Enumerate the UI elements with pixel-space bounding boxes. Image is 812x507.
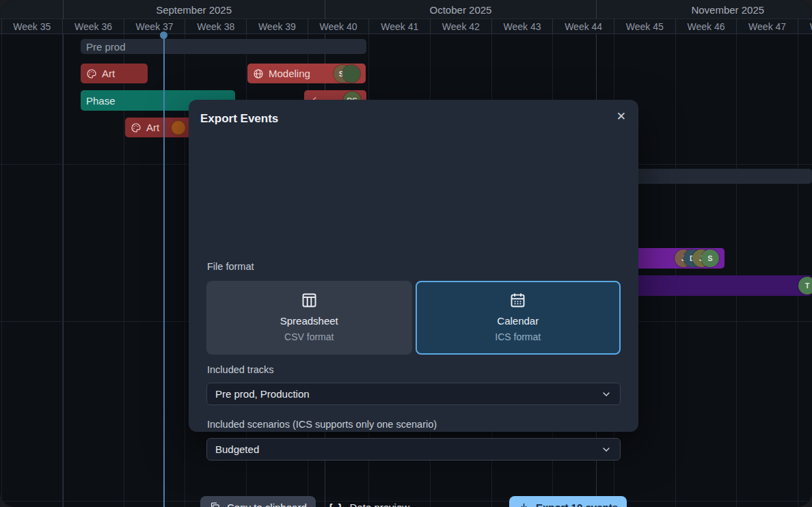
file-format-label: File format <box>207 261 254 272</box>
modal-title: Export Events <box>200 112 278 126</box>
included-tracks-value: Pre prod, Production <box>215 388 310 400</box>
copy-button-label: Copy to clipboard <box>227 502 307 507</box>
format-card-calendar[interactable]: Calendar ICS format <box>416 281 621 355</box>
week-header: Week 39 <box>246 19 308 34</box>
week-header: Week 45 <box>614 19 675 34</box>
close-icon[interactable]: ✕ <box>617 109 626 124</box>
format-subtitle: CSV format <box>284 331 334 342</box>
chevron-down-icon <box>601 389 612 400</box>
week-header: Week 40 <box>308 19 369 34</box>
month-header: November 2025 <box>596 0 812 19</box>
week-header: Week 38 <box>185 19 246 34</box>
avatar-group: JDJS <box>675 249 719 267</box>
included-scenarios-value: Budgeted <box>215 443 259 455</box>
current-date-line <box>163 34 165 507</box>
avatar-group: T <box>798 277 812 294</box>
included-scenarios-label: Included scenarios (ICS supports only on… <box>207 419 437 430</box>
week-header: Week 43 <box>491 19 553 34</box>
week-gridline <box>675 34 676 507</box>
copy-to-clipboard-button[interactable]: Copy to clipboard <box>200 496 316 507</box>
data-preview-label: Data preview <box>350 502 410 507</box>
avatar-group: SI <box>334 65 360 83</box>
app-window: September 2025October 2025November 2025 … <box>0 0 812 507</box>
data-preview-button[interactable]: { } Data preview <box>320 496 418 507</box>
format-subtitle: ICS format <box>495 331 541 342</box>
bar-pre-prod[interactable]: Pre prod <box>81 39 366 54</box>
week-header: Week 35 <box>1 19 63 34</box>
format-title: Calendar <box>497 315 539 327</box>
week-gridline <box>1 34 2 507</box>
bar-label: Pre prod <box>86 41 126 53</box>
bar-label: Phase <box>86 95 116 107</box>
week-header: Week 37 <box>124 19 185 34</box>
avatar: S <box>701 249 719 267</box>
status-dot <box>171 120 186 135</box>
week-header: Week 36 <box>62 19 124 34</box>
bar-art-1[interactable]: Art <box>81 64 148 83</box>
month-header: October 2025 <box>325 0 597 19</box>
export-button-label: Export 10 events <box>536 502 618 507</box>
weeks-header-row: Week 35Week 36Week 37Week 38Week 39Week … <box>0 19 812 34</box>
months-header-row: September 2025October 2025November 2025 <box>0 0 812 19</box>
bar-label: Art <box>146 122 159 133</box>
week-gridline <box>798 34 798 507</box>
calendar-icon <box>509 291 527 310</box>
week-gridline <box>736 34 737 507</box>
week-header: Week 47 <box>736 19 798 34</box>
avatar <box>342 65 360 83</box>
included-tracks-label: Included tracks <box>207 364 274 375</box>
bar-label: Art <box>102 68 115 79</box>
month-header: September 2025 <box>63 0 325 19</box>
file-format-cards: Spreadsheet CSV format Calendar ICS form… <box>206 281 621 355</box>
week-header: Week 42 <box>430 19 491 34</box>
avatar: T <box>798 277 812 294</box>
spreadsheet-icon <box>300 291 319 310</box>
included-tracks-select[interactable]: Pre prod, Production <box>206 383 621 405</box>
current-date-marker <box>160 31 167 39</box>
week-header: Week 48 <box>798 19 812 34</box>
globe-icon <box>253 68 264 79</box>
included-scenarios-select[interactable]: Budgeted <box>206 438 621 461</box>
bar-modeling[interactable]: ModelingSI <box>247 64 366 83</box>
week-header: Week 46 <box>675 19 737 34</box>
month-gridline <box>63 34 64 507</box>
palette-icon <box>86 68 97 79</box>
format-card-spreadsheet[interactable]: Spreadsheet CSV format <box>206 281 412 355</box>
modal-footer: Copy to clipboard { } Data preview Expor… <box>200 496 627 507</box>
bar-art-2[interactable]: Art <box>125 118 196 137</box>
export-events-button[interactable]: Export 10 events <box>509 496 627 507</box>
copy-icon <box>209 502 221 507</box>
download-icon <box>518 502 530 507</box>
braces-icon: { } <box>329 502 344 507</box>
bar-label: Modeling <box>269 68 310 79</box>
palette-icon <box>131 122 141 133</box>
week-header: Week 41 <box>368 19 430 34</box>
chevron-down-icon <box>601 444 612 455</box>
format-title: Spreadsheet <box>280 315 338 327</box>
export-events-modal: Export Events ✕ File format Spreadsheet … <box>189 100 638 432</box>
week-header: Week 44 <box>552 19 614 34</box>
